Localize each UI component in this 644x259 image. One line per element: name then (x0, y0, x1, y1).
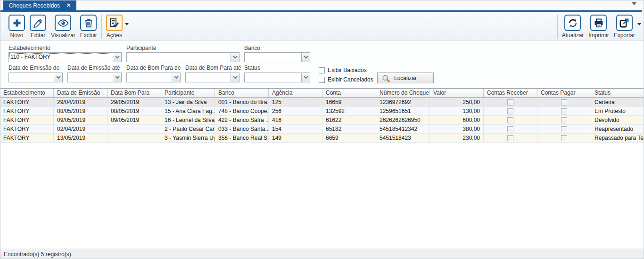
chevron-down-icon[interactable] (113, 73, 121, 82)
chevron-down-icon[interactable] (172, 73, 180, 82)
exportar-button[interactable]: Exportar (611, 14, 637, 40)
editar-label: Editar (31, 32, 45, 39)
data-emissao-de-value[interactable] (9, 73, 54, 82)
cell-agencia: 256 (269, 107, 322, 115)
cell-estabelecimento: FAKTORY (0, 116, 54, 124)
data-bom-para-de-combo[interactable] (126, 73, 181, 82)
exportar-dropdown-chevron-icon[interactable] (637, 23, 641, 25)
col-header-valor[interactable]: Valor (430, 89, 484, 97)
status-combo[interactable] (244, 73, 310, 82)
cell-data-bom-para (107, 125, 161, 133)
status-value[interactable] (245, 73, 301, 82)
cell-agencia: 125 (269, 98, 322, 106)
cell-banco: 356 - Banco Real S.A. (215, 134, 269, 142)
data-bom-para-de-value[interactable] (127, 73, 172, 82)
estabelecimento-combo[interactable]: 110 - FAKTORY (8, 52, 122, 62)
cell-data-bom-para: 09/05/2019 (107, 116, 161, 124)
cell-numero-cheque: 1236972692 (376, 98, 430, 106)
col-header-banco[interactable]: Banco (215, 89, 269, 97)
table-row[interactable]: FAKTORY 02/04/2019 2 - Paulo Cesar Car..… (0, 125, 644, 134)
visualizar-button[interactable]: Visualizar (49, 14, 78, 40)
col-header-numero-cheque[interactable]: Número do Cheque (376, 89, 430, 97)
cell-numero-cheque: 545185412342 (376, 125, 430, 133)
chevron-down-icon[interactable] (54, 73, 62, 82)
cell-conta: 132592 (322, 107, 376, 115)
data-bom-para-ate-combo[interactable] (185, 73, 239, 82)
cell-estabelecimento: FAKTORY (0, 98, 54, 106)
magnifier-icon (382, 74, 390, 83)
editar-button[interactable]: Editar (27, 14, 49, 40)
toolbar-right-group: Atualizar Imprimir Export (555, 14, 641, 40)
acoes-button[interactable]: Ações (104, 14, 125, 40)
cell-participante: 15 - Ana Clara Fag... (161, 107, 215, 115)
acoes-dropdown-chevron-icon[interactable] (125, 23, 129, 25)
checkbox-unchecked-icon (561, 99, 567, 105)
col-header-status[interactable]: Status (591, 89, 644, 97)
localizar-button[interactable]: Localizar (377, 73, 434, 83)
cell-status: Devolvido (591, 116, 644, 124)
chevron-down-icon[interactable] (113, 53, 121, 62)
col-header-participante[interactable]: Participante (161, 89, 215, 97)
table-row[interactable]: FAKTORY 29/04/2019 29/05/2019 13 - Jair … (0, 98, 644, 107)
excluir-label: Excluir (80, 32, 97, 39)
cell-contas-pagar (537, 107, 591, 115)
chevron-down-icon[interactable] (301, 53, 310, 62)
cell-participante: 16 - Leonel da Silva (161, 116, 215, 124)
banco-value[interactable] (245, 53, 301, 62)
chevron-down-icon[interactable] (231, 73, 239, 82)
atualizar-button[interactable]: Atualizar (560, 14, 586, 40)
tab-close-icon[interactable]: ✕ (66, 2, 71, 8)
checkbox-unchecked-icon[interactable] (319, 77, 325, 83)
table-row[interactable]: FAKTORY 13/05/2019 3 - Yasmin Sierra Uy … (0, 134, 644, 143)
cell-status: Reapresentado (591, 125, 644, 133)
col-header-data-emissao[interactable]: Data de Emissão (54, 89, 107, 97)
data-bom-para-ate-value[interactable] (186, 73, 231, 82)
table-row[interactable]: FAKTORY 08/05/2019 08/05/2019 15 - Ana C… (0, 107, 644, 116)
col-header-conta[interactable]: Conta (322, 89, 376, 97)
cell-valor: 230,00 (430, 134, 484, 142)
exibir-baixados-checkbox[interactable]: Exibir Baixados (319, 67, 367, 73)
data-emissao-ate-label: Data de Emissão até (67, 65, 120, 71)
toolbar-grip[interactable] (3, 20, 4, 31)
export-icon (619, 17, 630, 29)
col-header-agencia[interactable]: Agência (269, 89, 322, 97)
exibir-cancelados-checkbox[interactable]: Exibir Cancelados (319, 76, 373, 83)
acoes-label: Ações (107, 32, 122, 39)
col-header-contas-receber[interactable]: Contas Receber (484, 89, 537, 97)
checkbox-unchecked-icon (561, 126, 567, 132)
excluir-button[interactable]: Excluir (78, 14, 99, 40)
cell-participante: 13 - Jair da Silva (161, 98, 215, 106)
localizar-label: Localizar (394, 75, 417, 81)
data-emissao-ate-value[interactable] (68, 73, 113, 82)
table-row[interactable]: FAKTORY 09/05/2019 09/05/2019 16 - Leone… (0, 116, 644, 125)
grid-header-row: Estabelecimento Data de Emissão Data Bom… (0, 89, 644, 98)
cell-agencia: 416 (269, 116, 322, 124)
data-emissao-de-combo[interactable] (8, 73, 63, 82)
cell-contas-pagar (537, 134, 591, 142)
participante-combo[interactable] (126, 52, 239, 62)
participante-value[interactable] (127, 53, 231, 62)
chevron-down-icon[interactable] (231, 53, 239, 62)
cell-conta: 61622 (322, 116, 376, 124)
novo-button[interactable]: Novo (6, 14, 27, 40)
imprimir-button[interactable]: Imprimir (586, 14, 611, 40)
tab-cheques-recebidos[interactable]: Cheques Recebidos ✕ (3, 0, 76, 10)
cell-contas-receber (484, 107, 537, 115)
chevron-down-icon[interactable] (301, 73, 310, 82)
exportar-label: Exportar (614, 32, 635, 39)
cell-data-bom-para: 29/05/2019 (107, 98, 161, 106)
banco-combo[interactable] (244, 52, 310, 62)
estabelecimento-value[interactable]: 110 - FAKTORY (9, 53, 113, 62)
checkbox-unchecked-icon (507, 108, 513, 114)
pencil-icon (33, 17, 44, 29)
toolbar-options-chevron-icon[interactable] (632, 2, 636, 5)
col-header-data-bom-para[interactable]: Data Bom Para (107, 89, 161, 97)
checkbox-unchecked-icon[interactable] (319, 67, 325, 73)
col-header-estabelecimento[interactable]: Estabelecimento (0, 89, 54, 97)
col-header-contas-pagar[interactable]: Contas Pagar (537, 89, 591, 97)
cheques-grid: Estabelecimento Data de Emissão Data Bom… (0, 88, 644, 249)
data-emissao-ate-combo[interactable] (67, 73, 122, 82)
cell-data-emissao: 02/04/2019 (54, 125, 107, 133)
checkbox-unchecked-icon (507, 135, 513, 141)
exibir-baixados-label: Exibir Baixados (328, 67, 367, 73)
